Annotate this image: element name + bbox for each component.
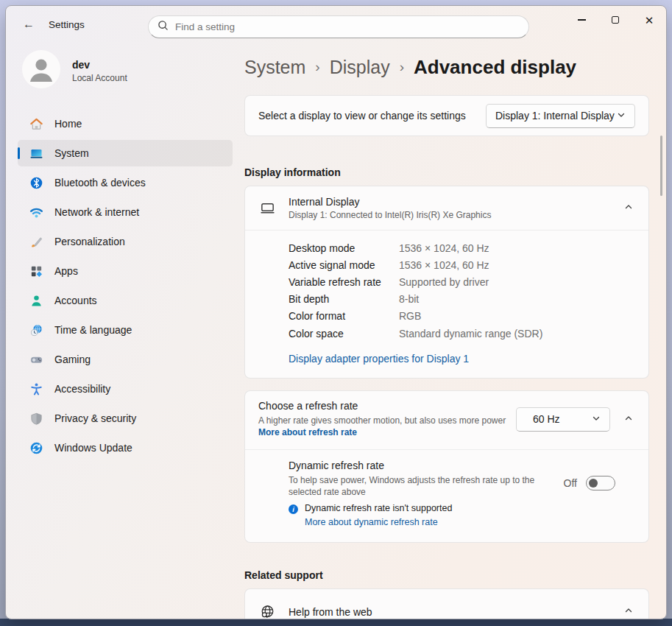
app-title: Settings: [49, 19, 85, 30]
user-name: dev: [72, 59, 127, 71]
section-title-related-support: Related support: [244, 569, 649, 581]
detail-label: Variable refresh rate: [289, 276, 399, 288]
sidebar-item-label: Bluetooth & devices: [54, 177, 146, 189]
sidebar-item-network-internet[interactable]: Network & internet: [18, 199, 233, 225]
sidebar-item-label: Windows Update: [54, 442, 132, 454]
breadcrumb-separator-icon: ›: [400, 59, 404, 75]
info-icon: i: [289, 504, 298, 514]
detail-label: Desktop mode: [289, 242, 399, 254]
refresh-rate-description: A higher rate gives smoother motion, but…: [258, 415, 509, 438]
sidebar-item-time-language[interactable]: Time & language: [18, 317, 233, 343]
chevron-down-icon: [592, 413, 601, 425]
display-information-header[interactable]: Internal Display Display 1: Connected to…: [245, 186, 648, 230]
more-about-refresh-rate-link[interactable]: More about refresh rate: [258, 427, 357, 437]
detail-label: Color space: [289, 328, 399, 340]
minimize-icon: [578, 19, 586, 20]
scrollbar[interactable]: [660, 136, 662, 196]
sidebar-item-home[interactable]: Home: [18, 110, 233, 137]
time-language-icon: [29, 323, 43, 337]
accessibility-icon: [29, 381, 43, 396]
minimize-button[interactable]: [565, 6, 598, 34]
detail-row: Desktop mode1536 × 1024, 60 Hz: [289, 239, 635, 256]
system-icon: [29, 146, 43, 161]
detail-value: RGB: [399, 310, 421, 322]
sidebar-item-label: Apps: [54, 265, 78, 277]
display-details: Desktop mode1536 × 1024, 60 HzActive sig…: [245, 231, 648, 349]
breadcrumb-separator-icon: ›: [315, 59, 319, 75]
dynamic-refresh-rate-row: Dynamic refresh rate To help save power,…: [245, 450, 648, 542]
display-adapter-properties-link[interactable]: Display adapter properties for Display 1: [289, 353, 469, 365]
maximize-icon: [612, 16, 619, 24]
window-controls: ✕: [565, 6, 666, 38]
choose-refresh-rate-row: Choose a refresh rate A higher rate give…: [245, 391, 648, 449]
sidebar-item-label: Home: [54, 118, 82, 130]
chevron-down-icon: [617, 110, 626, 122]
sidebar-item-bluetooth-devices[interactable]: Bluetooth & devices: [18, 169, 233, 196]
sidebar-item-personalization[interactable]: Personalization: [18, 228, 233, 255]
detail-label: Color format: [289, 310, 399, 322]
breadcrumb-system[interactable]: System: [244, 57, 305, 78]
sidebar-item-privacy-security[interactable]: Privacy & security: [18, 405, 233, 432]
search-box[interactable]: [148, 15, 529, 38]
refresh-rate-card: Choose a refresh rate A higher rate give…: [244, 390, 649, 543]
sidebar-item-accessibility[interactable]: Accessibility: [18, 376, 233, 402]
desktop-edge: [0, 619, 672, 626]
help-card-header[interactable]: Help from the web: [245, 589, 648, 619]
sidebar-item-accounts[interactable]: Accounts: [18, 287, 233, 314]
globe-search-icon: [258, 603, 276, 619]
user-block[interactable]: dev Local Account: [22, 50, 233, 91]
privacy-icon: [29, 411, 43, 426]
collapse-display-info-button[interactable]: [618, 197, 640, 219]
sidebar-nav: HomeSystemBluetooth & devicesNetwork & i…: [18, 110, 233, 461]
settings-window: ← Settings ✕ dev Local Account HomeSyste…: [5, 5, 667, 619]
maximize-button[interactable]: [598, 6, 632, 34]
refresh-rate-title: Choose a refresh rate: [258, 400, 509, 412]
search-icon: [158, 20, 169, 34]
dynamic-refresh-rate-note: i Dynamic refresh rate isn't supportedMo…: [289, 502, 564, 530]
user-account-type: Local Account: [72, 73, 127, 83]
help-card-title: Help from the web: [289, 606, 618, 618]
sidebar-item-label: Network & internet: [54, 206, 139, 218]
dynamic-refresh-rate-toggle[interactable]: [586, 476, 615, 490]
sidebar-item-label: Privacy & security: [54, 412, 136, 424]
page-title: Advanced display: [414, 56, 576, 79]
collapse-refresh-rate-button[interactable]: [618, 408, 640, 430]
chevron-up-icon: [624, 203, 633, 214]
section-title-display-information: Display information: [244, 166, 649, 178]
sidebar-item-windows-update[interactable]: Windows Update: [18, 435, 233, 461]
bluetooth-icon: [29, 175, 43, 190]
breadcrumb-display[interactable]: Display: [330, 57, 390, 78]
display-selector-label: Select a display to view or change its s…: [258, 110, 466, 122]
close-button[interactable]: ✕: [632, 6, 666, 34]
detail-value: 1536 × 1024, 60 Hz: [399, 259, 489, 271]
windows-update-icon: [29, 440, 43, 455]
toggle-knob-icon: [589, 479, 598, 488]
main-content: System › Display › Advanced display Sele…: [238, 43, 666, 619]
collapse-help-button[interactable]: [618, 601, 640, 619]
chevron-up-icon: [624, 606, 633, 617]
detail-row: Variable refresh rateSupported by driver: [289, 273, 635, 290]
accounts-icon: [29, 293, 43, 308]
toggle-state-label: Off: [564, 477, 577, 489]
more-about-dynamic-refresh-rate-link[interactable]: More about dynamic refresh rate: [305, 516, 438, 530]
dynamic-refresh-rate-title: Dynamic refresh rate: [289, 460, 564, 471]
display-icon: [258, 200, 276, 217]
sidebar-item-system[interactable]: System: [18, 140, 233, 166]
search-input[interactable]: [175, 21, 499, 32]
sidebar-item-label: System: [54, 147, 89, 159]
display-selector-dropdown[interactable]: Display 1: Internal Display: [486, 104, 635, 128]
refresh-rate-dropdown[interactable]: 60 Hz: [516, 407, 610, 432]
detail-row: Color spaceStandard dynamic range (SDR): [289, 325, 635, 342]
sidebar-item-gaming[interactable]: Gaming: [18, 346, 233, 373]
sidebar-item-apps[interactable]: Apps: [18, 258, 233, 284]
personalization-icon: [29, 234, 43, 249]
dynamic-refresh-rate-description: To help save power, Windows adjusts the …: [289, 474, 564, 498]
sidebar-item-label: Accessibility: [54, 383, 110, 395]
sidebar-item-label: Gaming: [54, 354, 91, 365]
close-icon: ✕: [645, 15, 654, 26]
back-button[interactable]: ←: [16, 13, 41, 35]
display-selector-card: Select a display to view or change its s…: [244, 95, 649, 136]
network-icon: [29, 205, 43, 219]
sidebar-item-label: Time & language: [54, 324, 132, 336]
dynamic-not-supported-text: Dynamic refresh rate isn't supported: [305, 502, 452, 516]
